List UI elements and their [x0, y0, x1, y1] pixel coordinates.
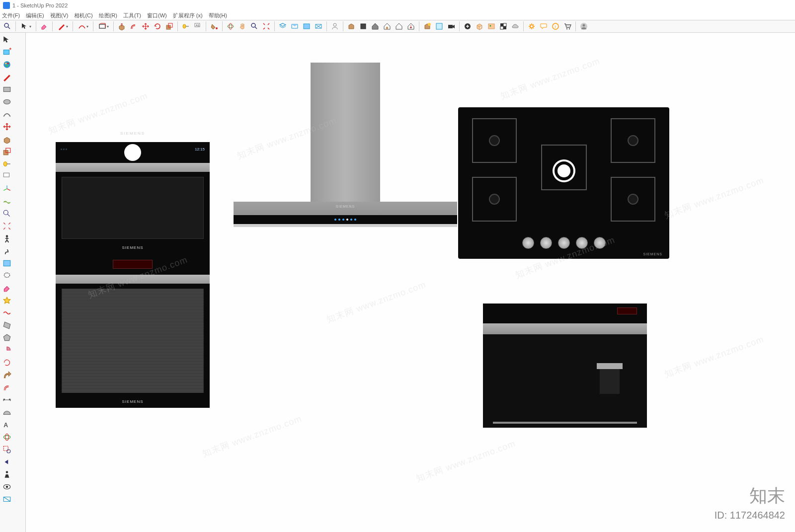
section-fill-icon[interactable] — [313, 21, 324, 32]
pencil-line-icon[interactable] — [55, 21, 70, 32]
zoom-extents-icon[interactable] — [261, 21, 272, 32]
push-pull-icon[interactable] — [116, 21, 127, 32]
section-cut-icon[interactable] — [1, 493, 13, 505]
oven-handle — [56, 275, 210, 284]
polygon-icon[interactable] — [1, 332, 13, 344]
tape-icon[interactable] — [1, 158, 13, 170]
look-around-icon[interactable] — [1, 481, 13, 493]
materials-icon[interactable] — [1, 59, 13, 71]
cloud-icon[interactable] — [510, 21, 521, 32]
house-open-icon[interactable] — [382, 21, 393, 32]
zoom-window-icon[interactable] — [1, 444, 13, 456]
arc-tool-icon[interactable] — [76, 21, 90, 32]
rotated-rect-icon[interactable] — [1, 319, 13, 331]
model-oven-stack[interactable]: SIEMENS ◦ ◦ ◦ 12:15 SIEMENS SIEMENS — [56, 142, 210, 408]
rectangle-tool-icon[interactable] — [96, 21, 111, 32]
menu-draw[interactable]: 绘图(R) — [99, 12, 117, 19]
text-label-icon[interactable]: A1 — [192, 21, 203, 32]
orbit-icon[interactable] — [225, 21, 236, 32]
select-tool-icon[interactable] — [18, 21, 33, 32]
layers-icon[interactable] — [277, 21, 288, 32]
offset-left-icon[interactable] — [1, 381, 13, 393]
scale-icon[interactable] — [1, 146, 13, 157]
section-plane-left-icon[interactable] — [1, 257, 13, 269]
house-outline-icon[interactable] — [394, 21, 404, 32]
scale-icon[interactable] — [164, 21, 175, 32]
select-icon[interactable] — [1, 34, 13, 46]
user-icon[interactable] — [329, 21, 340, 32]
cart-icon[interactable] — [562, 21, 573, 32]
walk-icon[interactable] — [1, 245, 13, 257]
person-icon[interactable] — [1, 232, 13, 244]
checker-icon[interactable] — [498, 21, 509, 32]
menu-edit[interactable]: 编辑(E) — [26, 12, 44, 19]
dimension-icon[interactable] — [1, 394, 13, 406]
paint-bucket-icon[interactable] — [209, 21, 220, 32]
svg-rect-14 — [304, 24, 310, 29]
protractor-icon[interactable] — [1, 406, 13, 418]
watermark-diag: 知末网 www.znzmo.com — [663, 174, 766, 222]
search-icon[interactable] — [2, 21, 13, 32]
text-icon[interactable] — [1, 170, 13, 182]
info-icon[interactable]: i — [550, 21, 561, 32]
zoom-icon[interactable] — [249, 21, 260, 32]
pan-icon[interactable] — [237, 21, 248, 32]
move-icon[interactable] — [1, 121, 13, 133]
photo-texture-icon[interactable] — [486, 21, 497, 32]
circle-icon[interactable] — [1, 96, 13, 108]
2pt-arc-icon[interactable] — [1, 108, 13, 120]
follow-me-icon[interactable] — [1, 369, 13, 381]
rotate-left-icon[interactable] — [1, 357, 13, 369]
styles-icon[interactable] — [1, 295, 13, 306]
3dwarehouse-icon[interactable] — [422, 21, 433, 32]
eraser-left-icon[interactable] — [1, 282, 13, 294]
model-gas-cooktop[interactable]: SIEMENS — [458, 107, 669, 259]
add-location-icon[interactable] — [462, 21, 473, 32]
menu-window[interactable]: 窗口(W) — [147, 12, 167, 19]
rotate-icon[interactable] — [152, 21, 163, 32]
svg-point-54 — [5, 434, 9, 441]
model-range-hood[interactable]: SIEMENS — [234, 63, 457, 227]
push-pull-icon[interactable] — [1, 133, 13, 145]
eraser-icon[interactable] — [39, 21, 50, 32]
model-coffee-machine[interactable] — [483, 304, 647, 428]
warehouse-box-icon[interactable] — [346, 21, 357, 32]
section-icon[interactable] — [289, 21, 300, 32]
zoom-extents-left-icon[interactable] — [1, 220, 13, 232]
profile-icon[interactable] — [578, 21, 589, 32]
menu-camera[interactable]: 相机(C) — [74, 12, 92, 19]
sandbox-icon[interactable] — [1, 195, 13, 207]
viewport-3d[interactable]: SIEMENS ◦ ◦ ◦ 12:15 SIEMENS SIEMENS SIEM… — [26, 33, 795, 532]
menu-view[interactable]: 视图(V) — [50, 12, 69, 19]
offset-icon[interactable] — [128, 21, 139, 32]
rectangle-icon[interactable] — [1, 83, 13, 95]
show-hidden-icon[interactable] — [434, 21, 445, 32]
svg-rect-19 — [436, 23, 442, 29]
position-camera-icon[interactable] — [1, 468, 13, 480]
lasso-icon[interactable] — [1, 270, 13, 282]
menu-help[interactable]: 帮助(H) — [209, 12, 227, 19]
axes-icon[interactable] — [1, 183, 13, 195]
menu-file[interactable]: 文件(F) — [2, 12, 20, 19]
chat-icon[interactable] — [538, 21, 549, 32]
move-icon[interactable] — [140, 21, 151, 32]
previous-view-icon[interactable] — [1, 456, 13, 468]
orbit-left-icon[interactable] — [1, 431, 13, 443]
house-solid-icon[interactable] — [370, 21, 381, 32]
model-microwave-oven: ◦ ◦ ◦ 12:15 SIEMENS — [56, 142, 210, 254]
tape-measure-icon[interactable] — [180, 21, 191, 32]
3d-box-icon[interactable] — [474, 21, 485, 32]
section-display-icon[interactable] — [301, 21, 312, 32]
menu-extensions[interactable]: 扩展程序 (x) — [173, 12, 203, 19]
component-icon[interactable] — [358, 21, 369, 32]
pie-arc-icon[interactable] — [1, 344, 13, 356]
menu-tools[interactable]: 工具(T) — [123, 12, 141, 19]
3dtext-icon[interactable]: A — [1, 419, 13, 431]
house-arrow-icon[interactable] — [405, 21, 416, 32]
line-icon[interactable] — [1, 71, 13, 83]
zoom-left-icon[interactable] — [1, 208, 13, 220]
camera-icon[interactable] — [446, 21, 457, 32]
make-component-icon[interactable] — [1, 46, 13, 58]
freehand-icon[interactable] — [1, 307, 13, 319]
settings-gear-icon[interactable] — [526, 21, 537, 32]
